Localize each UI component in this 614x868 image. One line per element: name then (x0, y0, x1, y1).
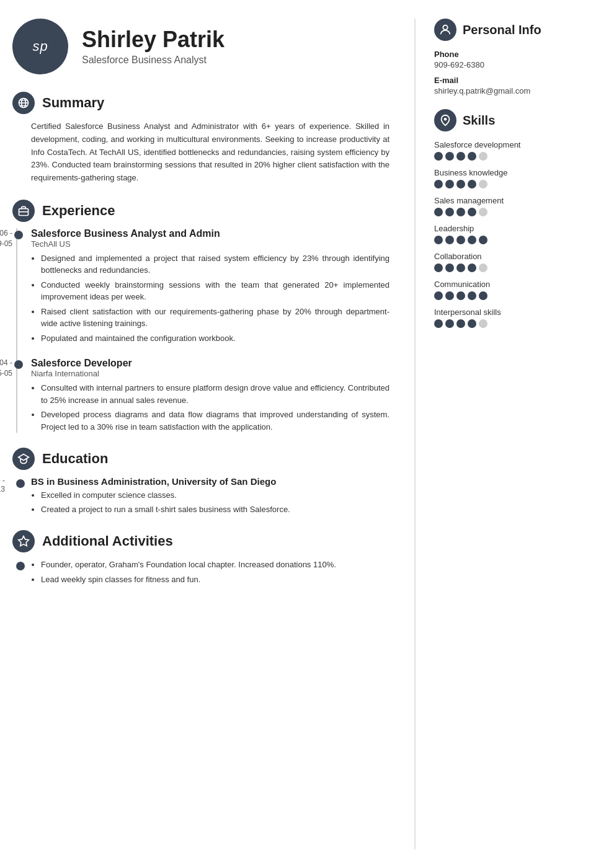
education-section: Education 2009 - 2013 BS in Business Adm… (12, 448, 389, 515)
skill-name: Interpersonal skills (434, 308, 602, 317)
skill-dot-filled (456, 236, 465, 244)
personal-info-icon (434, 19, 456, 41)
svg-marker-8 (19, 536, 29, 546)
experience-header: Experience (12, 200, 389, 222)
skill-item: Interpersonal skills (434, 308, 602, 328)
skill-dot-filled (456, 319, 465, 328)
skills-title: Skills (463, 113, 495, 128)
skill-dot-filled (445, 264, 454, 272)
skill-name: Collaboration (434, 252, 602, 261)
timeline-dot (14, 231, 23, 239)
activities-icon (12, 530, 35, 552)
skill-dot-filled (445, 236, 454, 244)
personal-info-header: Personal Info (434, 19, 602, 41)
job-bullet: Populated and maintained the configurati… (41, 332, 389, 345)
skill-dot-empty (479, 180, 487, 188)
skill-dot-empty (479, 208, 487, 216)
skill-dot-filled (456, 180, 465, 188)
skill-dot-filled (468, 319, 476, 328)
skills-icon-svg (438, 113, 452, 127)
skill-dots (434, 291, 602, 300)
email-value: shirley.q.patrik@gmail.com (434, 86, 602, 95)
avatar: sp (12, 19, 68, 74)
summary-text: Certified Salesforce Business Analyst an… (12, 120, 389, 185)
header-text: Shirley Patrik Salesforce Business Analy… (82, 27, 225, 66)
activities-section: Additional Activities Founder, operator,… (12, 530, 389, 585)
globe-icon (17, 97, 30, 109)
skill-dot-filled (468, 152, 476, 161)
job-bullet: Consulted with internal partners to ensu… (41, 382, 389, 406)
skill-dot-filled (445, 152, 454, 161)
skill-dot-filled (445, 180, 454, 188)
resume-page: sp Shirley Patrik Salesforce Business An… (0, 0, 614, 868)
job-title: Salesforce Business Analyst and Admin (31, 228, 389, 239)
experience-icon (12, 200, 35, 222)
skill-dot-filled (456, 208, 465, 216)
email-label: E-mail (434, 76, 602, 85)
skill-dot-filled (468, 180, 476, 188)
education-degree: BS in Business Administration, Universit… (31, 476, 389, 487)
job-bullet: Raised client satisfaction with our requ… (41, 306, 389, 330)
skill-dot-filled (479, 291, 487, 300)
skill-item: Collaboration (434, 252, 602, 272)
skill-dot-filled (479, 236, 487, 244)
skill-item: Communication (434, 280, 602, 300)
summary-icon (12, 92, 35, 114)
skill-dots (434, 208, 602, 216)
skill-dot-filled (434, 180, 443, 188)
skill-name: Business knowledge (434, 168, 602, 177)
header-section: sp Shirley Patrik Salesforce Business An… (12, 19, 389, 74)
skill-dot-empty (479, 264, 487, 272)
skill-dot-filled (468, 236, 476, 244)
education-header: Education (12, 448, 389, 470)
experience-job-item: 2013-04 - 2015-05Salesforce DeveloperNia… (31, 358, 389, 433)
svg-point-9 (443, 25, 447, 30)
job-bullet: Designed and implemented a project that … (41, 252, 389, 277)
education-icon (12, 448, 35, 470)
activities-bullets: Founder, operator, Graham's Foundation l… (31, 559, 389, 585)
skill-dots (434, 319, 602, 328)
education-date: 2009 - 2013 (0, 476, 5, 494)
skill-item: Leadership (434, 224, 602, 244)
skill-name: Leadership (434, 224, 602, 233)
job-bullet: Conducted weekly brainstorming sessions … (41, 279, 389, 303)
skill-dot-empty (479, 319, 487, 328)
job-company: TechAll US (31, 239, 389, 249)
graduation-cap-icon (17, 453, 30, 465)
experience-section: Experience 2015-06 - 2019-05Salesforce B… (12, 200, 389, 433)
summary-header: Summary (12, 92, 389, 114)
skill-item: Business knowledge (434, 168, 602, 188)
job-bullet: Developed process diagrams and data flow… (41, 409, 389, 433)
person-icon (438, 23, 452, 37)
activity-bullet: Lead weekly spin classes for fitness and… (41, 574, 389, 586)
activity-bullet: Founder, operator, Graham's Foundation l… (41, 559, 389, 571)
avatar-initials: sp (32, 38, 48, 55)
skill-dot-filled (434, 319, 443, 328)
experience-job-item: 2015-06 - 2019-05Salesforce Business Ana… (31, 228, 389, 345)
star-icon (17, 535, 30, 547)
skill-dot-filled (445, 319, 454, 328)
skill-dots (434, 180, 602, 188)
job-date: 2013-04 - 2015-05 (0, 358, 12, 379)
skill-dot-filled (456, 291, 465, 300)
personal-info-title: Personal Info (463, 23, 541, 37)
skill-dot-filled (468, 264, 476, 272)
phone-label: Phone (434, 50, 602, 59)
candidate-name: Shirley Patrik (82, 27, 225, 52)
skill-dot-filled (468, 208, 476, 216)
left-column: sp Shirley Patrik Salesforce Business An… (12, 19, 402, 849)
skill-dot-filled (456, 264, 465, 272)
skills-icon (434, 109, 456, 131)
skill-dots (434, 152, 602, 161)
skill-name: Communication (434, 280, 602, 289)
phone-value: 909-692-6380 (434, 60, 602, 69)
education-bullets: Excelled in computer science classes.Cre… (31, 489, 389, 515)
job-company: Niarfa International (31, 369, 389, 378)
skills-header: Skills (434, 109, 602, 131)
skill-dot-filled (434, 291, 443, 300)
svg-point-10 (444, 118, 447, 121)
education-dot (16, 479, 25, 488)
right-column: Personal Info Phone 909-692-6380 E-mail … (428, 19, 602, 849)
activities-title: Additional Activities (42, 533, 173, 549)
job-bullets: Designed and implemented a project that … (31, 252, 389, 345)
